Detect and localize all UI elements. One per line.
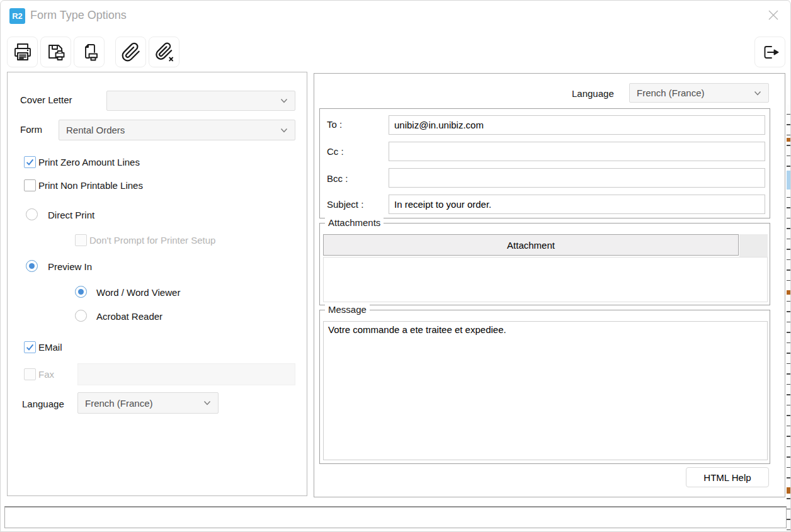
print-options-panel: Cover Letter Form Rental Orders Print Ze… — [7, 72, 307, 496]
cc-label: Cc : — [327, 146, 344, 157]
print-setup-icon — [79, 42, 100, 63]
chevron-down-icon — [279, 96, 289, 106]
sliver-mark — [787, 290, 791, 295]
print-zero-amount-checkbox[interactable] — [24, 156, 36, 168]
attachments-list[interactable] — [323, 257, 768, 302]
close-button[interactable] — [765, 7, 782, 23]
direct-print-radio[interactable] — [26, 208, 38, 220]
html-help-button[interactable]: HTML Help — [686, 467, 769, 487]
attach-icon — [121, 42, 141, 62]
bcc-label: Bcc : — [327, 173, 348, 184]
attachments-group-label: Attachments — [325, 217, 384, 228]
email-options-panel: Language French (France) To : Cc : Bcc :… — [314, 73, 785, 497]
sliver-mark — [787, 138, 791, 142]
save-print-button[interactable] — [40, 37, 71, 67]
check-icon — [25, 157, 35, 167]
background-window-sliver — [787, 105, 791, 531]
status-bar — [4, 506, 787, 528]
fax-number-input[interactable] — [77, 363, 295, 385]
print-button[interactable] — [7, 37, 38, 67]
print-setup-button[interactable] — [74, 37, 105, 67]
exit-button[interactable] — [754, 37, 785, 67]
preview-in-radio[interactable] — [26, 260, 38, 272]
print-non-printable-checkbox[interactable] — [24, 179, 36, 191]
chevron-down-icon — [753, 88, 763, 98]
remove-attachment-icon — [154, 42, 174, 62]
email-label[interactable]: EMail — [38, 342, 62, 353]
attachment-column-header[interactable]: Attachment — [323, 234, 739, 256]
preview-in-label[interactable]: Preview In — [48, 261, 92, 272]
email-language-value: French (France) — [637, 88, 705, 98]
address-group: To : Cc : Bcc : Subject : — [319, 108, 770, 218]
form-type-options-dialog: R2 Form Type Options — [0, 0, 791, 532]
chevron-down-icon — [202, 398, 212, 408]
dont-prompt-checkbox[interactable] — [75, 234, 87, 246]
language-label: Language — [22, 399, 64, 409]
sliver-mark — [787, 171, 791, 190]
form-dropdown[interactable]: Rental Orders — [59, 120, 295, 140]
remove-attachment-button[interactable] — [149, 37, 179, 67]
sliver-mark — [787, 487, 791, 494]
cover-letter-dropdown[interactable] — [106, 91, 295, 111]
check-icon — [25, 342, 35, 352]
chevron-down-icon — [279, 125, 289, 135]
app-logo-badge: R2 — [9, 8, 25, 24]
print-icon — [12, 42, 33, 63]
email-language-dropdown[interactable]: French (France) — [629, 83, 769, 103]
form-value: Rental Orders — [66, 125, 125, 135]
direct-print-label[interactable]: Direct Print — [48, 210, 94, 220]
window-title: Form Type Options — [30, 9, 127, 22]
cover-letter-label: Cover Letter — [20, 94, 72, 105]
subject-label: Subject : — [327, 199, 363, 210]
message-textarea[interactable]: Votre commande a ete traitee et expediee… — [323, 321, 768, 460]
word-viewer-radio[interactable] — [75, 286, 87, 298]
save-print-icon — [45, 42, 67, 63]
dont-prompt-label: Don't Prompt for Printer Setup — [89, 235, 215, 246]
to-input[interactable] — [389, 115, 765, 135]
fax-label: Fax — [38, 369, 54, 380]
acrobat-reader-label[interactable]: Acrobat Reader — [96, 311, 162, 322]
word-viewer-label[interactable]: Word / Word Viewer — [96, 287, 180, 298]
subject-input[interactable] — [389, 195, 765, 214]
email-language-label: Language — [572, 88, 614, 99]
close-icon — [767, 9, 780, 21]
message-group-label: Message — [325, 304, 370, 315]
language-dropdown[interactable]: French (France) — [77, 392, 219, 414]
acrobat-reader-radio[interactable] — [75, 310, 87, 322]
attachments-group: Attachments Attachment — [319, 223, 770, 305]
message-group: Message Votre commande a ete traitee et … — [319, 310, 770, 464]
email-checkbox[interactable] — [24, 341, 36, 353]
attachment-header-stub — [739, 234, 768, 257]
form-label: Form — [20, 124, 42, 135]
bcc-input[interactable] — [389, 168, 765, 188]
print-non-printable-label[interactable]: Print Non Printable Lines — [38, 180, 143, 191]
fax-checkbox[interactable] — [24, 368, 36, 380]
language-value: French (France) — [85, 398, 153, 409]
attach-button[interactable] — [115, 37, 146, 67]
exit-icon — [760, 42, 781, 63]
cc-input[interactable] — [389, 142, 765, 161]
to-label: To : — [327, 119, 342, 130]
print-zero-amount-label[interactable]: Print Zero Amount Lines — [38, 157, 140, 167]
